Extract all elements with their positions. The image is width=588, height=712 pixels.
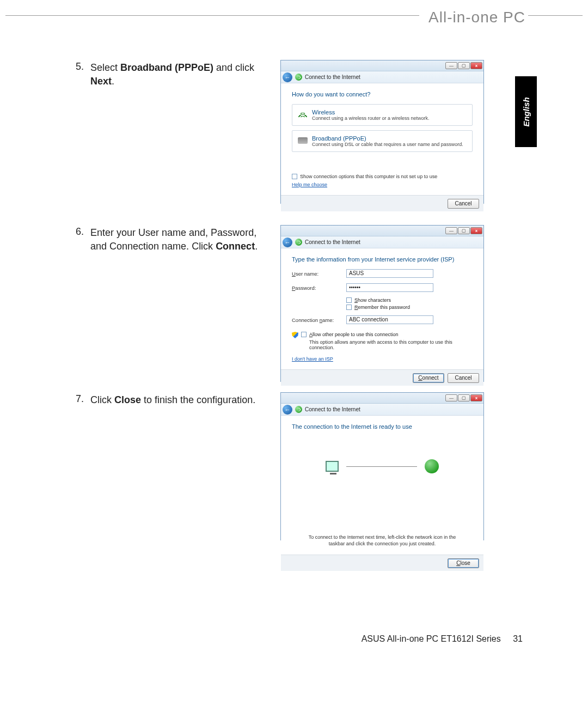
option-broadband[interactable]: Broadband (PPPoE) Connect using DSL or c… xyxy=(292,130,473,152)
dialog-body: How do you want to connect? Wireless Con… xyxy=(281,83,483,195)
prompt-heading: The connection to the Internet is ready … xyxy=(292,423,473,430)
minimize-button[interactable]: — xyxy=(445,62,457,69)
dialog-header-row: ← Connect to the Internet xyxy=(281,404,483,416)
dialog-footer: Cancel xyxy=(281,195,483,211)
option-broadband-title: Broadband (PPPoE) xyxy=(312,135,463,142)
shield-icon xyxy=(292,332,298,338)
maximize-button[interactable]: ▢ xyxy=(458,394,470,401)
username-input[interactable]: ASUS xyxy=(346,269,433,278)
dialog-title: Connect to the Internet xyxy=(305,406,360,412)
connection-graphic xyxy=(292,436,473,496)
password-label: Password: xyxy=(292,285,346,291)
minimize-button[interactable]: — xyxy=(445,227,457,234)
step-5-text: Select Broadband (PPPoE) and click Next. xyxy=(90,61,275,88)
option-broadband-desc: Connect using DSL or cable that requires… xyxy=(312,142,463,147)
cancel-button[interactable]: Cancel xyxy=(448,373,479,383)
no-isp-link[interactable]: I don't have an ISP xyxy=(292,356,333,362)
option-wireless-desc: Connect using a wireless router or a wir… xyxy=(312,115,430,121)
close-button[interactable]: x xyxy=(470,394,482,401)
modem-icon xyxy=(298,137,308,144)
header-rule-left xyxy=(5,15,419,16)
back-arrow-icon: ← xyxy=(285,239,291,246)
page-footer: ASUS All-in-one PC ET1612I Series 31 xyxy=(362,634,523,644)
prompt-heading: Type the information from your Internet … xyxy=(292,256,473,263)
password-input[interactable]: •••••• xyxy=(346,283,433,292)
show-options-row[interactable]: Show connection options that this comput… xyxy=(292,174,473,179)
remember-password-checkbox[interactable] xyxy=(346,305,352,310)
connection-line xyxy=(346,466,417,467)
connection-name-label: Connection name: xyxy=(292,317,346,323)
dialog-body: Type the information from your Internet … xyxy=(281,248,483,369)
remember-password-row[interactable]: Remember this password xyxy=(346,305,473,310)
prompt-heading: How do you want to connect? xyxy=(292,91,473,98)
footer-text: ASUS All-in-one PC ET1612I Series xyxy=(362,634,501,643)
step-6: 6. Enter your User name and, Password, a… xyxy=(71,226,275,253)
allow-others-row[interactable]: Allow other people to use this connectio… xyxy=(292,332,473,338)
back-arrow-icon: ← xyxy=(285,406,291,413)
close-button[interactable]: x xyxy=(470,227,482,234)
dialog-title: Connect to the Internet xyxy=(305,239,360,245)
close-button[interactable]: x xyxy=(470,62,482,69)
connect-icon xyxy=(295,406,302,413)
step-7: 7. Click Close to finish the configurati… xyxy=(71,393,255,407)
option-wireless[interactable]: Wireless Connect using a wireless router… xyxy=(292,104,473,126)
language-label: English xyxy=(522,97,531,126)
minimize-button[interactable]: — xyxy=(445,394,457,401)
remember-password-label: Remember this password xyxy=(354,305,410,310)
step-5-number: 5. xyxy=(71,61,90,88)
show-options-checkbox[interactable] xyxy=(292,174,297,179)
titlebar: — ▢ x xyxy=(281,393,483,404)
username-label: User name: xyxy=(292,271,346,277)
back-arrow-icon: ← xyxy=(285,74,291,81)
dialog-body: The connection to the Internet is ready … xyxy=(281,416,483,555)
dialog-title: Connect to the Internet xyxy=(305,74,360,80)
back-button[interactable]: ← xyxy=(283,405,292,415)
step-7-number: 7. xyxy=(71,393,90,407)
back-button[interactable]: ← xyxy=(283,72,292,82)
connect-button[interactable]: Connect xyxy=(413,373,444,383)
connection-name-row: Connection name: ABC connection xyxy=(292,315,473,324)
titlebar: — ▢ x xyxy=(281,226,483,236)
allow-others-desc: This option allows anyone with access to… xyxy=(309,339,473,350)
dialog-enter-info: — ▢ x ← Connect to the Internet Type the… xyxy=(280,225,484,382)
dialog-header-row: ← Connect to the Internet xyxy=(281,71,483,83)
show-characters-checkbox[interactable] xyxy=(346,297,352,303)
connect-icon xyxy=(295,239,302,246)
wireless-icon xyxy=(298,111,308,118)
option-wireless-title: Wireless xyxy=(312,109,430,115)
maximize-button[interactable]: ▢ xyxy=(458,227,470,234)
dialog-connect-method: — ▢ x ← Connect to the Internet How do y… xyxy=(280,60,484,204)
maximize-button[interactable]: ▢ xyxy=(458,62,470,69)
titlebar: — ▢ x xyxy=(281,60,483,71)
show-options-label: Show connection options that this comput… xyxy=(300,174,437,179)
step-6-number: 6. xyxy=(71,226,90,253)
dialog-ready: — ▢ x ← Connect to the Internet The conn… xyxy=(280,392,484,540)
header-rule-right xyxy=(528,15,583,16)
allow-others-checkbox[interactable] xyxy=(301,332,307,337)
step-6-text: Enter your User name and, Password, and … xyxy=(90,226,275,253)
dialog-footer: Close xyxy=(281,555,483,571)
cancel-button[interactable]: Cancel xyxy=(448,199,479,209)
help-me-choose-link[interactable]: Help me choose xyxy=(292,182,327,187)
dialog-header-row: ← Connect to the Internet xyxy=(281,236,483,248)
show-characters-row[interactable]: Show characters xyxy=(346,297,473,303)
back-button[interactable]: ← xyxy=(283,238,292,247)
language-tab: English xyxy=(515,76,537,147)
page-number: 31 xyxy=(513,634,523,643)
allow-others-label: Allow other people to use this connectio… xyxy=(309,332,473,337)
step-7-text: Click Close to finish the configuration. xyxy=(90,393,255,407)
connect-icon xyxy=(295,74,302,81)
show-characters-label: Show characters xyxy=(354,297,391,303)
username-row: User name: ASUS xyxy=(292,269,473,278)
connection-name-input[interactable]: ABC connection xyxy=(346,315,433,324)
step-5: 5. Select Broadband (PPPoE) and click Ne… xyxy=(71,61,275,88)
globe-icon xyxy=(425,459,439,473)
computer-icon xyxy=(326,461,339,472)
header-title: All-in-one PC xyxy=(428,9,525,26)
password-row: Password: •••••• xyxy=(292,283,473,292)
info-text: To connect to the Internet next time, le… xyxy=(292,534,473,547)
close-button-action[interactable]: Close xyxy=(448,558,479,568)
dialog-footer: Connect Cancel xyxy=(281,369,483,386)
